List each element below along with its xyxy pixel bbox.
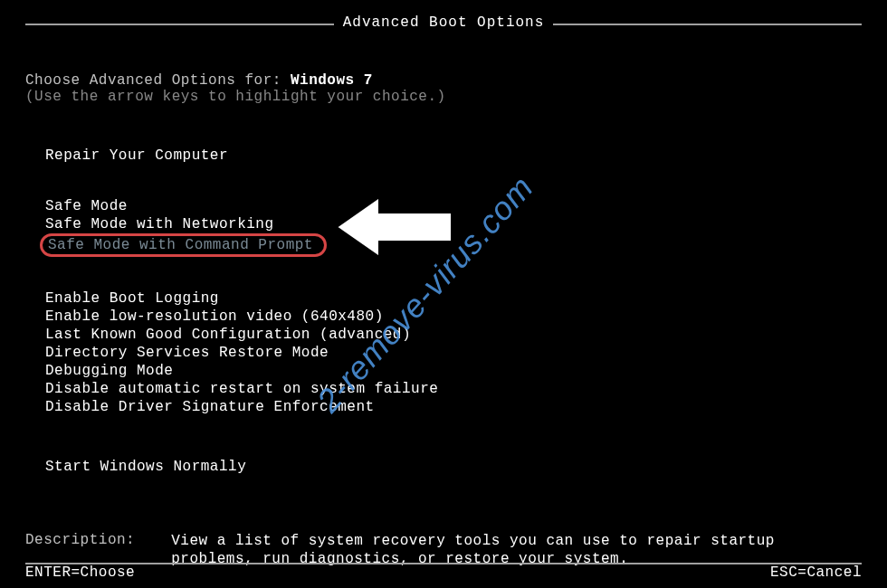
instruction-line: Choose Advanced Options for: Windows 7 [25,72,862,89]
menu-item-start-normally[interactable]: Start Windows Normally [45,458,862,476]
highlighted-text: Safe Mode with Command Prompt [48,237,313,253]
arrow-icon [326,186,462,272]
footer-esc: ESC=Cancel [770,564,862,581]
menu-item-debugging[interactable]: Debugging Mode [45,362,862,380]
instruction-prefix: Choose Advanced Options for: [25,72,291,89]
menu-item-repair[interactable]: Repair Your Computer [45,147,862,165]
menu-item-boot-logging[interactable]: Enable Boot Logging [45,289,862,308]
content-area: Choose Advanced Options for: Windows 7 (… [25,72,862,568]
menu-group-options: Enable Boot Logging Enable low-resolutio… [45,289,862,416]
menu-item-directory-restore[interactable]: Directory Services Restore Mode [45,344,862,362]
menu-item-disable-restart[interactable]: Disable automatic restart on system fail… [45,380,862,398]
highlight-callout: Safe Mode with Command Prompt [40,233,327,257]
footer-bar: ENTER=Choose ESC=Cancel [25,564,862,581]
menu-item-disable-signature[interactable]: Disable Driver Signature Enforcement [45,398,862,416]
menu-group-normal: Start Windows Normally [45,458,862,476]
menu-item-last-known[interactable]: Last Known Good Configuration (advanced) [45,326,862,344]
page-title: Advanced Boot Options [334,14,554,31]
hint-line: (Use the arrow keys to highlight your ch… [25,89,862,105]
footer-enter: ENTER=Choose [25,564,135,581]
menu-item-low-res[interactable]: Enable low-resolution video (640x480) [45,308,862,326]
title-bar: Advanced Boot Options [25,14,862,31]
os-name: Windows 7 [291,72,373,89]
